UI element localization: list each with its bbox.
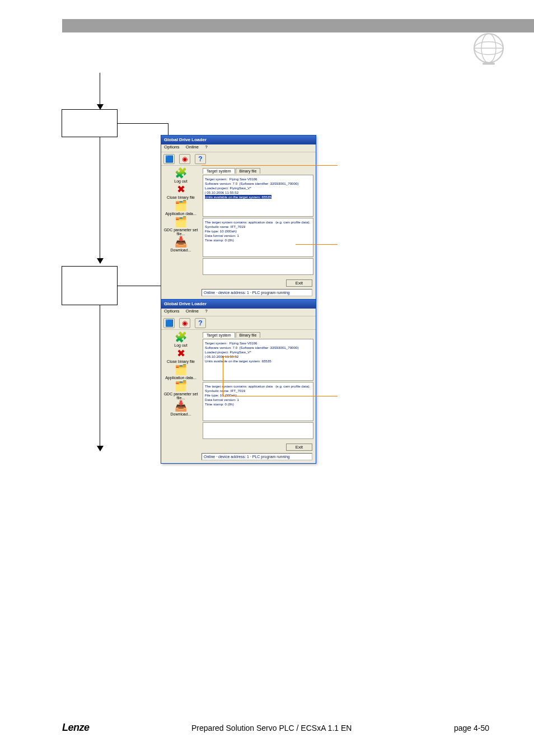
logout-label[interactable]: Log out [174,343,187,347]
right-panel: Target system Binary file Target system:… [200,166,316,277]
callout3-line-b [223,356,223,396]
toolbar-btn-2[interactable]: ◉ [179,154,190,164]
tab-binary-file[interactable]: Binary file [236,168,261,174]
units-highlight: Units available on the target system: 65… [205,195,271,199]
info-pane-empty [203,422,313,439]
toolbar-btn-1[interactable]: 🟦 [163,318,175,328]
callout-1 [338,151,477,178]
body: 🧩 Log out ✖ Close binary file 🗂️ Applica… [161,330,316,441]
info-pane-bottom: The target system contains: application … [203,382,313,421]
download-icon: 📥 [175,237,187,247]
help-icon[interactable]: ? [195,318,206,328]
gdc-icon: 🗂️ [175,381,187,391]
footer-page: page 4-50 [454,724,489,732]
status-bar: Online · device address: 1 · PLC program… [202,453,312,460]
footer-center: Prepared Solution Servo PLC / ECSxA 1.1 … [191,724,352,732]
menu-help[interactable]: ? [205,144,207,150]
appdata-icon: 🗂️ [175,365,187,375]
exit-button[interactable]: Exit [286,444,312,451]
appdata-label[interactable]: Application data... [165,212,196,216]
tab-target-system[interactable]: Target system [203,332,235,338]
page-header-bar [62,19,534,32]
status-bar: Online · device address: 1 · PLC program… [202,289,312,296]
flow-box-1 [62,109,118,137]
callout-3 [338,381,477,408]
menubar: Options Online ? [161,144,316,152]
callout1-line [202,165,338,166]
globe-logo [469,28,509,68]
exit-bar: Exit [161,277,316,289]
iconbar: 🟦 ◉ ? [161,316,316,330]
logout-icon: 🧩 [175,168,187,178]
tab-row: Target system Binary file [203,332,313,338]
menubar: Options Online ? [161,309,316,316]
right-panel: Target system Binary file Target system:… [200,330,316,441]
titlebar: Global Drive Loader [161,136,316,144]
appdata-icon: 🗂️ [175,200,187,211]
flow-arrow-2 [100,137,100,263]
titlebar: Global Drive Loader [161,300,316,309]
info-pane-bottom: The target system contains: application … [203,218,313,257]
menu-help[interactable]: ? [205,309,207,314]
gdl-screenshot-1: Global Drive Loader Options Online ? 🟦 ◉… [161,135,316,300]
callout2-line [296,244,338,245]
flow-box-2 [62,266,118,305]
menu-online[interactable]: Online [186,144,199,150]
close-icon: ✖ [177,348,185,358]
left-panel: 🧩 Log out ✖ Close binary file 🗂️ Applica… [161,166,200,277]
page-footer: Lenze Prepared Solution Servo PLC / ECSx… [0,722,534,734]
tab-target-system[interactable]: Target system [203,168,235,174]
callout3-line-c [223,356,237,357]
tab-binary-file[interactable]: Binary file [236,332,261,338]
menu-online[interactable]: Online [186,309,199,314]
callout3-line [223,396,338,396]
tab-row: Target system Binary file [203,168,313,174]
gdc-label[interactable]: GDC parameter set file... [161,392,200,400]
gdl-screenshot-2: Global Drive Loader Options Online ? 🟦 ◉… [161,299,316,464]
download-label[interactable]: Download... [171,248,191,252]
info-pane-empty [203,258,313,275]
callout-2 [338,230,477,256]
units-line: Units available on the target system: 65… [205,359,271,363]
appdata-label[interactable]: Application data... [165,376,196,380]
flow-connector-2 [118,286,161,286]
flow-connector-1 [118,123,168,124]
logout-icon: 🧩 [175,332,187,342]
gdc-icon: 🗂️ [175,217,187,227]
menu-options[interactable]: Options [164,144,180,150]
close-binary-label[interactable]: Close binary file [167,360,195,363]
gdc-label[interactable]: GDC parameter set file... [161,228,200,236]
toolbar-btn-2[interactable]: ◉ [179,318,190,328]
close-binary-label[interactable]: Close binary file [167,195,195,199]
menu-options[interactable]: Options [164,309,180,314]
svg-rect-4 [483,63,495,65]
toolbar-btn-1[interactable]: 🟦 [163,154,175,164]
close-icon: ✖ [177,184,185,194]
info-pane-top: Target system: Flying Saw V0106 Software… [203,175,313,217]
download-label[interactable]: Download... [171,412,191,416]
info-pane-top: Target system: Flying Saw V0106 Software… [203,339,313,381]
body: 🧩 Log out ✖ Close binary file 🗂️ Applica… [161,166,316,277]
exit-bar: Exit [161,441,316,453]
logout-label[interactable]: Log out [174,179,187,183]
exit-button[interactable]: Exit [286,279,312,287]
download-icon: 📥 [175,401,187,411]
left-panel: 🧩 Log out ✖ Close binary file 🗂️ Applica… [161,330,200,441]
iconbar: 🟦 ◉ ? [161,152,316,166]
help-icon[interactable]: ? [195,154,206,164]
flow-arrow-3 [100,305,100,451]
flow-arrow-1 [100,73,100,109]
lenze-logo: Lenze [62,722,90,734]
